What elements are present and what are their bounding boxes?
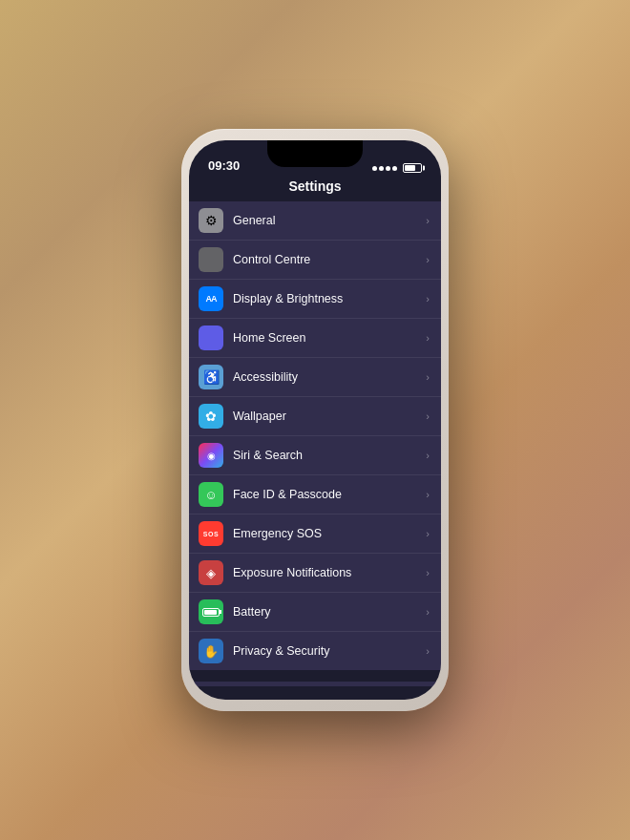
settings-row-control-centre[interactable]: Control Centre › (189, 241, 441, 280)
home-screen-icon (199, 326, 223, 350)
settings-row-emergency[interactable]: SOS Emergency SOS › (189, 514, 441, 554)
settings-row-general[interactable]: ⚙ General › (189, 201, 441, 241)
exposure-label: Exposure Notifications (233, 566, 426, 579)
control-centre-label: Control Centre (233, 253, 426, 266)
settings-group-main: ⚙ General › Control Centre › AA (189, 201, 441, 670)
accessibility-chevron: › (426, 371, 430, 383)
battery-chevron: › (426, 606, 430, 618)
general-label: General (233, 214, 426, 227)
settings-row-face-id[interactable]: ☺ Face ID & Passcode › (189, 475, 441, 514)
settings-row-wallpaper[interactable]: ✿ Wallpaper › (189, 397, 441, 436)
page-title: Settings (189, 178, 441, 201)
settings-row-home-screen[interactable]: Home Screen › (189, 319, 441, 358)
battery-icon (403, 163, 422, 173)
status-time: 09:30 (208, 158, 240, 173)
home-screen-label: Home Screen (233, 331, 426, 345)
display-label: Display & Brightness (233, 292, 426, 305)
settings-row-accessibility[interactable]: ♿ Accessibility › (189, 358, 441, 397)
face-id-icon: ☺ (199, 482, 223, 507)
settings-row-display[interactable]: AA Display & Brightness › (189, 280, 441, 319)
control-centre-icon (199, 247, 223, 272)
emergency-icon: SOS (199, 521, 223, 546)
wallpaper-icon: ✿ (199, 404, 223, 429)
settings-list[interactable]: ⚙ General › Control Centre › AA (189, 201, 441, 686)
control-centre-chevron: › (426, 254, 430, 265)
siri-chevron: › (426, 450, 430, 461)
phone-notch (267, 140, 363, 167)
general-icon: ⚙ (199, 208, 223, 233)
privacy-label: Privacy & Security (233, 644, 426, 658)
accessibility-label: Accessibility (233, 370, 426, 384)
display-chevron: › (426, 293, 430, 304)
battery-settings-icon (199, 599, 223, 624)
privacy-chevron: › (426, 645, 430, 657)
exposure-icon: ◈ (199, 560, 223, 585)
emergency-chevron: › (426, 528, 430, 539)
privacy-icon: ✋ (199, 639, 223, 663)
settings-row-exposure[interactable]: ◈ Exposure Notifications › (189, 554, 441, 593)
siri-icon: ◉ (199, 443, 223, 468)
wallpaper-label: Wallpaper (233, 410, 426, 423)
general-chevron: › (426, 215, 430, 226)
home-screen-chevron: › (426, 332, 430, 344)
settings-row-siri[interactable]: ◉ Siri & Search › (189, 436, 441, 475)
display-icon: AA (199, 286, 223, 311)
wallpaper-chevron: › (426, 410, 430, 422)
settings-row-appstore[interactable]: App Store › (189, 682, 441, 686)
group-divider-1 (189, 670, 441, 682)
face-id-label: Face ID & Passcode (233, 488, 426, 501)
siri-label: Siri & Search (233, 449, 426, 462)
phone-screen: 09:30 Settings ⚙ General (189, 140, 441, 700)
face-id-chevron: › (426, 489, 430, 500)
emergency-label: Emergency SOS (233, 527, 426, 540)
phone-device: 09:30 Settings ⚙ General (181, 129, 449, 711)
signal-icon (372, 166, 397, 171)
battery-label: Battery (233, 605, 426, 619)
accessibility-icon: ♿ (199, 365, 223, 389)
settings-row-battery[interactable]: Battery › (189, 593, 441, 632)
exposure-chevron: › (426, 567, 430, 578)
settings-group-store: App Store › Wallet & Apple Pay › (189, 682, 441, 686)
settings-row-privacy[interactable]: ✋ Privacy & Security › (189, 632, 441, 670)
status-icons (372, 163, 422, 173)
